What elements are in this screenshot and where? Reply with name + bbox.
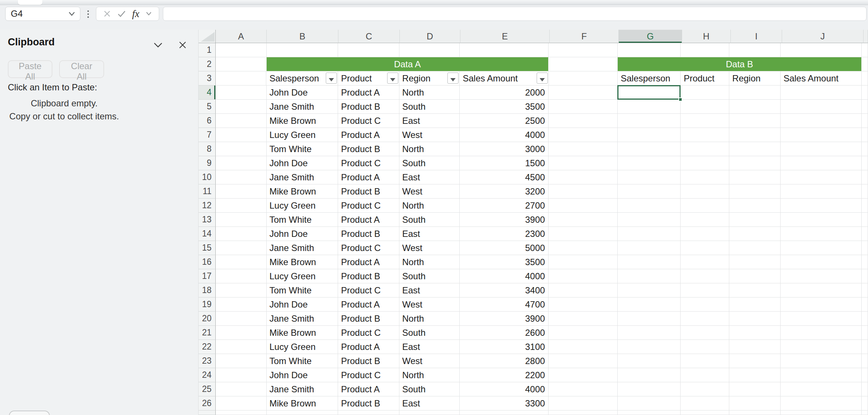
cell-sliver24[interactable] xyxy=(862,368,868,382)
cell-H13[interactable] xyxy=(681,213,729,227)
cell-B4[interactable]: John Doe xyxy=(267,86,338,100)
cell-E15[interactable]: 5000 xyxy=(460,241,549,255)
cell-D16[interactable]: North xyxy=(399,255,460,269)
cell-sliver20[interactable] xyxy=(862,312,868,326)
clear-all-button[interactable]: Clear All xyxy=(59,60,104,78)
cell-I11[interactable] xyxy=(729,184,781,199)
column-header-I[interactable]: I xyxy=(731,30,782,43)
cell-G5[interactable] xyxy=(618,100,681,114)
cell-F7[interactable] xyxy=(549,128,617,142)
cell-J17[interactable] xyxy=(781,269,862,283)
cell-H14[interactable] xyxy=(681,227,729,241)
cell-F13[interactable] xyxy=(549,213,617,227)
cell-G9[interactable] xyxy=(618,156,681,170)
cell-I22[interactable] xyxy=(729,340,781,354)
cell-A25[interactable] xyxy=(216,382,267,396)
cell-G24[interactable] xyxy=(618,368,681,382)
cell-G26[interactable] xyxy=(618,396,681,411)
cell-G7[interactable] xyxy=(618,128,681,142)
cell-E18[interactable]: 3400 xyxy=(460,283,549,297)
column-header-G[interactable]: G xyxy=(619,30,682,43)
cell-B6[interactable]: Mike Brown xyxy=(267,114,338,128)
cell-J24[interactable] xyxy=(781,368,862,382)
cell-E22[interactable]: 3100 xyxy=(460,340,549,354)
cell-I6[interactable] xyxy=(729,114,781,128)
cell-D8[interactable]: North xyxy=(399,142,460,156)
filter-button-B3[interactable] xyxy=(326,73,337,84)
cell-A26[interactable] xyxy=(216,396,267,411)
row-header-5[interactable]: 5 xyxy=(199,100,216,114)
cell-F4[interactable] xyxy=(549,86,617,100)
row-header-9[interactable]: 9 xyxy=(199,156,216,170)
cell-G18[interactable] xyxy=(618,283,681,297)
cell-F24[interactable] xyxy=(549,368,617,382)
cell-D5[interactable]: South xyxy=(399,100,460,114)
cell-J14[interactable] xyxy=(781,227,862,241)
cell-C14[interactable]: Product B xyxy=(338,227,399,241)
cell-I7[interactable] xyxy=(729,128,781,142)
fill-handle[interactable] xyxy=(678,97,682,102)
cell-B9[interactable]: John Doe xyxy=(267,156,338,170)
cell-G17[interactable] xyxy=(618,269,681,283)
cell-J18[interactable] xyxy=(781,283,862,297)
row-header-24[interactable]: 24 xyxy=(199,368,216,382)
cell-H17[interactable] xyxy=(681,269,729,283)
cell-sliver19[interactable] xyxy=(862,297,868,312)
cell-B18[interactable]: Tom White xyxy=(267,283,338,297)
merged-cell-data-b[interactable]: Data B xyxy=(618,57,862,71)
cell-E4[interactable]: 2000 xyxy=(460,86,549,100)
cell-C6[interactable]: Product C xyxy=(338,114,399,128)
cell-B10[interactable]: Jane Smith xyxy=(267,170,338,184)
row-header-19[interactable]: 19 xyxy=(199,297,216,312)
cell-C13[interactable]: Product A xyxy=(338,213,399,227)
cell-G23[interactable] xyxy=(618,354,681,368)
cell-B25[interactable]: Jane Smith xyxy=(267,382,338,396)
cell-G21[interactable] xyxy=(618,326,681,340)
cell-sliver7[interactable] xyxy=(862,128,868,142)
column-header-A[interactable]: A xyxy=(216,30,267,43)
cell-J12[interactable] xyxy=(781,199,862,213)
cell-C24[interactable]: Product C xyxy=(338,368,399,382)
cell-E23[interactable]: 2800 xyxy=(460,354,549,368)
row-header-4[interactable]: 4 xyxy=(199,86,216,100)
cell-C9[interactable]: Product C xyxy=(338,156,399,170)
cell-B8[interactable]: Tom White xyxy=(267,142,338,156)
cell-D26[interactable]: East xyxy=(399,396,460,411)
cell-A11[interactable] xyxy=(216,184,267,199)
cell-F15[interactable] xyxy=(549,241,617,255)
cell-I16[interactable] xyxy=(729,255,781,269)
filter-button-E3[interactable] xyxy=(537,73,548,84)
cell-F18[interactable] xyxy=(549,283,617,297)
cell-G8[interactable] xyxy=(618,142,681,156)
column-header-E[interactable]: E xyxy=(460,30,550,43)
cell-C26[interactable]: Product B xyxy=(338,396,399,411)
cell-D3[interactable]: Region xyxy=(399,71,460,86)
cell-A18[interactable] xyxy=(216,283,267,297)
cell-J19[interactable] xyxy=(781,297,862,312)
cell-J9[interactable] xyxy=(781,156,862,170)
cell-J21[interactable] xyxy=(781,326,862,340)
column-header-H[interactable]: H xyxy=(682,30,731,43)
cell-G27[interactable] xyxy=(618,411,681,415)
cell-H23[interactable] xyxy=(681,354,729,368)
cell-G4[interactable] xyxy=(618,86,681,100)
cell-H15[interactable] xyxy=(681,241,729,255)
row-header-11[interactable]: 11 xyxy=(199,184,216,199)
cell-I4[interactable] xyxy=(729,86,781,100)
cell-B17[interactable]: Lucy Green xyxy=(267,269,338,283)
cell-J3[interactable]: Sales Amount xyxy=(781,71,862,86)
cell-I20[interactable] xyxy=(729,312,781,326)
cell-B24[interactable]: John Doe xyxy=(267,368,338,382)
cell-I27[interactable] xyxy=(729,411,781,415)
cell-sliver10[interactable] xyxy=(862,170,868,184)
name-box[interactable]: G4 xyxy=(5,7,80,21)
cell-C10[interactable]: Product A xyxy=(338,170,399,184)
cell-D17[interactable]: South xyxy=(399,269,460,283)
cell-A6[interactable] xyxy=(216,114,267,128)
cell-G25[interactable] xyxy=(618,382,681,396)
cell-H24[interactable] xyxy=(681,368,729,382)
cell-C7[interactable]: Product A xyxy=(338,128,399,142)
cell-G16[interactable] xyxy=(618,255,681,269)
row-header-12[interactable]: 12 xyxy=(199,199,216,213)
cell-F17[interactable] xyxy=(549,269,617,283)
